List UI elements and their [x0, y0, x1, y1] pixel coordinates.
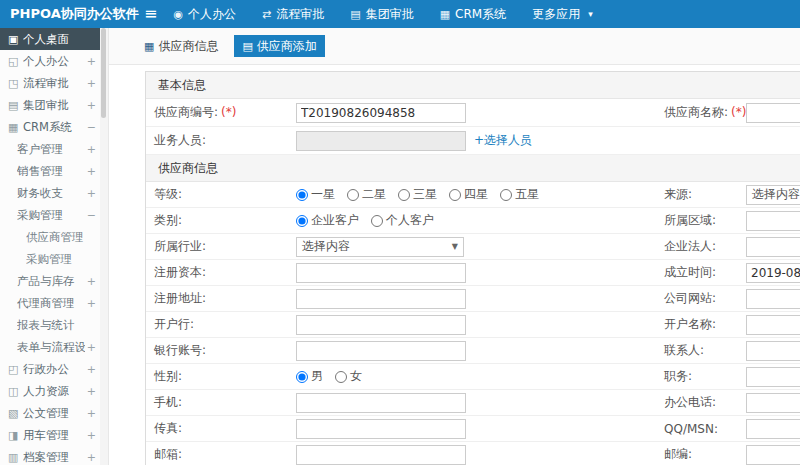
sidebar-item-group-approval[interactable]: ▤集团审批+	[0, 94, 100, 116]
sidebar-item-label: 行政办公	[23, 362, 85, 377]
sidebar-item-label: 流程审批	[23, 76, 85, 91]
sidebar-item-official-documents[interactable]: ▧公文管理+	[0, 402, 100, 424]
sidebar-item-label: 采购管理	[26, 252, 96, 267]
expand-plus-icon[interactable]: +	[87, 187, 96, 200]
menu-toggle-icon[interactable]: ≡	[144, 6, 157, 22]
registered-address-input[interactable]	[296, 289, 466, 309]
expand-plus-icon[interactable]: +	[87, 451, 96, 464]
industry-select[interactable]: 选择内容▼	[296, 237, 464, 257]
qq-msn-input[interactable]	[746, 419, 800, 439]
topnav-item-workflow-approval[interactable]: ⇄流程审批	[262, 6, 324, 23]
gender-radio-input[interactable]	[296, 371, 308, 383]
sidebar-item-label: 代理商管理	[17, 296, 85, 311]
expand-plus-icon[interactable]: +	[87, 297, 96, 310]
level-option-3[interactable]: 四星	[449, 186, 488, 203]
level-radio-input[interactable]	[296, 189, 308, 201]
expand-plus-icon[interactable]: +	[87, 429, 96, 442]
category-radio-input[interactable]	[371, 215, 383, 227]
business-person-input[interactable]	[296, 131, 466, 151]
collapse-minus-icon[interactable]: −	[87, 121, 96, 134]
gender-option-1[interactable]: 女	[335, 368, 362, 385]
expand-plus-icon[interactable]: +	[87, 341, 96, 354]
form-row: 注册地址:公司网站:	[146, 286, 800, 312]
sidebar-item-sales-management[interactable]: 销售管理+	[0, 160, 100, 182]
sidebar-item-purchase-management[interactable]: 采购管理−	[0, 204, 100, 226]
sidebar-item-crm-system[interactable]: ▦CRM系统−	[0, 116, 100, 138]
sidebar-item-label: 档案管理	[23, 450, 85, 465]
sidebar-scrollbar[interactable]	[100, 28, 109, 465]
sidebar-item-admin-office[interactable]: ◰行政办公+	[0, 358, 100, 380]
sidebar-item-label: 个人桌面	[23, 32, 96, 47]
level-option-4[interactable]: 五星	[500, 186, 539, 203]
sidebar-item-supplier-management[interactable]: 供应商管理	[0, 226, 100, 248]
zipcode-input[interactable]	[746, 445, 800, 465]
level-radio-input[interactable]	[449, 189, 461, 201]
level-radio-input[interactable]	[500, 189, 512, 201]
legal-person-input[interactable]	[746, 237, 800, 257]
topnav-item-group-approval[interactable]: ▤集团审批	[350, 6, 413, 23]
bank-input[interactable]	[296, 315, 466, 335]
sidebar-item-reports-statistics[interactable]: 报表与统计	[0, 314, 100, 336]
sidebar-item-purchasing[interactable]: 采购管理	[0, 248, 100, 270]
supplier-name-input[interactable]	[746, 103, 800, 123]
form-row: 邮箱:邮编:	[146, 442, 800, 465]
expand-plus-icon[interactable]: +	[87, 363, 96, 376]
supplier-code-input[interactable]	[296, 103, 466, 123]
level-radio-input[interactable]	[398, 189, 410, 201]
category-option-0[interactable]: 企业客户	[296, 212, 359, 229]
briefcase-icon: ◰	[8, 363, 23, 376]
sidebar-item-vehicle-management[interactable]: ◨用车管理+	[0, 424, 100, 446]
source-select[interactable]: 选择内容▼	[746, 185, 800, 205]
sidebar-item-label: 采购管理	[17, 208, 85, 223]
level-option-1[interactable]: 二星	[347, 186, 386, 203]
required-marker: (*)	[221, 105, 236, 119]
level-radio-input[interactable]	[347, 189, 359, 201]
gender-radio-input[interactable]	[335, 371, 347, 383]
collapse-minus-icon[interactable]: −	[87, 209, 96, 222]
position-input[interactable]	[746, 367, 800, 387]
tab-supplier-add[interactable]: ▤ 供应商添加	[234, 35, 324, 57]
registered-capital-input[interactable]	[296, 263, 466, 283]
level-option-0[interactable]: 一星	[296, 186, 335, 203]
category-option-1[interactable]: 个人客户	[371, 212, 434, 229]
account-name-input[interactable]	[746, 315, 800, 335]
sidebar-item-finance-income-expense[interactable]: 财务收支+	[0, 182, 100, 204]
sidebar-item-customer-management[interactable]: 客户管理+	[0, 138, 100, 160]
sidebar-item-personal-desktop[interactable]: ▣个人桌面	[0, 28, 100, 50]
select-person-link[interactable]: +选择人员	[474, 132, 532, 149]
company-website-input[interactable]	[746, 289, 800, 309]
sidebar-item-agent-management[interactable]: 代理商管理+	[0, 292, 100, 314]
contact-person-input[interactable]	[746, 341, 800, 361]
registered-address-label: 注册地址:	[146, 290, 296, 307]
email-input[interactable]	[296, 445, 466, 465]
sidebar-item-human-resources[interactable]: ◫人力资源+	[0, 380, 100, 402]
sidebar-item-form-workflow-settings[interactable]: 表单与流程设置+	[0, 336, 100, 358]
sidebar-item-archive-management[interactable]: ▥档案管理+	[0, 446, 100, 465]
bank-account-input[interactable]	[296, 341, 466, 361]
expand-plus-icon[interactable]: +	[87, 275, 96, 288]
tab-supplier-info[interactable]: ▦ 供应商信息	[136, 35, 226, 57]
gender-option-0[interactable]: 男	[296, 368, 323, 385]
sidebar-item-personal-office[interactable]: ◱个人办公+	[0, 50, 100, 72]
scrollbar-thumb[interactable]	[101, 28, 106, 118]
mobile-input[interactable]	[296, 393, 466, 413]
expand-plus-icon[interactable]: +	[87, 407, 96, 420]
sidebar-item-workflow-approval[interactable]: ◳流程审批+	[0, 72, 100, 94]
topnav-item-personal-office[interactable]: ◉个人办公	[173, 6, 236, 23]
expand-plus-icon[interactable]: +	[87, 143, 96, 156]
fax-input[interactable]	[296, 419, 466, 439]
expand-plus-icon[interactable]: +	[87, 385, 96, 398]
sidebar-item-product-inventory[interactable]: 产品与库存+	[0, 270, 100, 292]
expand-plus-icon[interactable]: +	[87, 165, 96, 178]
expand-plus-icon[interactable]: +	[87, 55, 96, 68]
archive-icon: ▥	[8, 451, 23, 464]
region-input[interactable]	[746, 211, 800, 231]
topnav-item-crm-system[interactable]: ▦CRM系统	[440, 6, 506, 23]
category-radio-input[interactable]	[296, 215, 308, 227]
established-date-input[interactable]	[746, 263, 800, 283]
topnav-item-more-apps[interactable]: 更多应用▾	[532, 6, 593, 23]
level-option-2[interactable]: 三星	[398, 186, 437, 203]
office-phone-input[interactable]	[746, 393, 800, 413]
expand-plus-icon[interactable]: +	[87, 77, 96, 90]
expand-plus-icon[interactable]: +	[87, 99, 96, 112]
